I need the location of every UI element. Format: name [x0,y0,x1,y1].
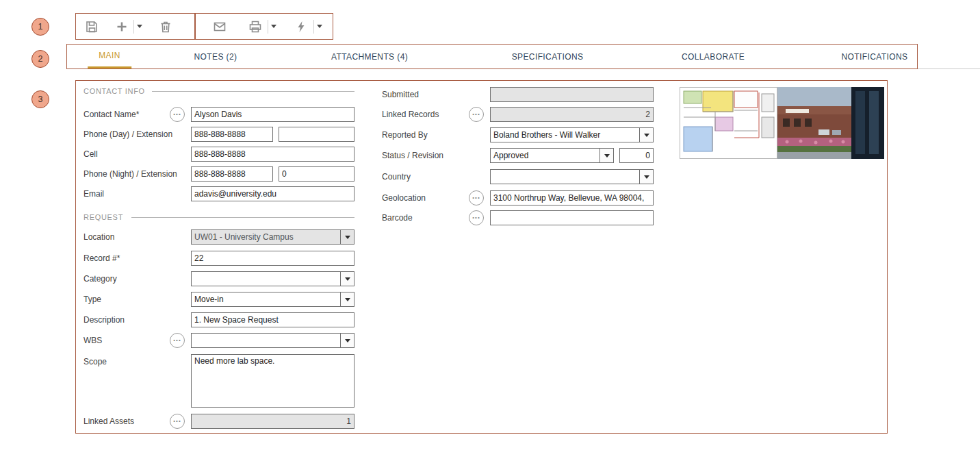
callout-number: 3 [38,95,43,104]
tab-attachments[interactable]: ATTACHMENTS (4) [320,45,419,68]
toolbar-separator [133,20,134,34]
email-input[interactable] [191,186,354,201]
type-value: Move-in [192,292,340,306]
add-icon [114,19,129,34]
scope-textarea[interactable] [191,354,354,408]
email-button[interactable] [211,18,229,36]
building-photo-thumbnail[interactable] [777,87,884,159]
toolbar-separator [268,20,268,34]
geolocation-input[interactable] [490,190,654,205]
print-button[interactable] [246,18,264,36]
callout-number: 2 [38,54,43,64]
tab-notifications[interactable]: NOTIFICATIONS [831,45,919,68]
submitted-input [490,87,654,102]
print-icon [248,19,263,34]
category-value [192,272,340,286]
status-value: Approved [491,149,599,162]
description-input[interactable] [191,312,354,327]
section-contact-info: CONTACT INFO [83,86,145,96]
linked-records-input [490,107,654,122]
wbs-value [192,334,340,347]
actions-button[interactable] [292,18,310,36]
reported-by-dropdown-button[interactable] [639,128,653,142]
print-dropdown-button[interactable] [269,23,279,30]
country-dropdown-button[interactable] [639,170,653,184]
annotation-callout-2: 2 [31,50,49,68]
location-dropdown-button[interactable] [340,230,354,244]
callout-number: 1 [38,22,43,32]
wbs-lookup-button[interactable] [170,333,185,348]
country-value [491,170,639,184]
contact-name-input[interactable] [191,107,354,122]
category-select[interactable] [191,271,354,286]
annotation-callout-3: 3 [31,90,49,108]
toolbar-separator [313,20,314,34]
country-label: Country [382,169,411,184]
wbs-dropdown-button[interactable] [340,334,354,347]
email-icon [212,19,227,34]
type-label: Type [83,292,101,307]
location-label: Location [83,229,114,245]
reported-by-value: Boland Brothers - Will Walker [491,128,639,142]
scope-label: Scope [83,354,107,369]
linked-assets-input [191,414,354,429]
annotation-callout-1: 1 [31,18,49,36]
type-dropdown-button[interactable] [340,292,354,306]
location-value: UW01 - University Campus [192,230,340,244]
add-button[interactable] [113,18,131,36]
reported-by-select[interactable]: Boland Brothers - Will Walker [490,127,654,142]
description-label: Description [83,312,125,327]
geolocation-lookup-button[interactable] [469,190,484,205]
location-select[interactable]: UW01 - University Campus [191,229,354,245]
section-divider [131,217,354,218]
contact-name-label: Contact Name* [83,107,139,122]
submitted-label: Submitted [382,87,419,102]
phone-night-input[interactable] [191,166,273,182]
cell-label: Cell [83,147,98,162]
status-dropdown-button[interactable] [599,149,613,162]
tab-collaborate[interactable]: COLLABORATE [671,45,756,68]
tab-specifications[interactable]: SPECIFICATIONS [501,45,595,68]
toolbar-group-record [75,13,195,40]
actions-icon [294,19,309,34]
linked-assets-label: Linked Assets [83,414,134,429]
save-button[interactable] [83,18,101,36]
barcode-label: Barcode [382,210,413,225]
contact-name-lookup-button[interactable] [170,107,185,122]
reported-by-label: Reported By [382,127,428,142]
linked-records-lookup-button[interactable] [469,107,484,122]
record-number-input[interactable] [191,251,354,266]
tab-notes[interactable]: NOTES (2) [183,45,248,68]
linked-assets-lookup-button[interactable] [170,414,185,429]
category-dropdown-button[interactable] [340,272,354,286]
wbs-select[interactable] [191,333,354,348]
barcode-input[interactable] [490,210,654,225]
phone-day-input[interactable] [191,127,273,142]
section-divider [152,91,354,92]
add-dropdown-button[interactable] [135,23,144,30]
actions-dropdown-button[interactable] [315,23,324,30]
status-revision-label: Status / Revision [382,148,443,163]
geolocation-label: Geolocation [382,190,426,205]
cell-input[interactable] [191,147,354,162]
email-label: Email [83,186,104,201]
category-label: Category [83,271,117,286]
revision-input[interactable] [619,148,654,163]
delete-icon [158,19,173,34]
tab-main[interactable]: MAIN [88,45,131,68]
section-request: REQUEST [83,212,123,222]
status-select[interactable]: Approved [490,148,614,163]
type-select[interactable]: Move-in [191,292,354,307]
app-window: 1 2 3 [0,0,980,461]
save-icon [84,19,99,34]
phone-night-label: Phone (Night) / Extension [83,166,177,182]
record-number-label: Record #* [83,251,120,266]
delete-button[interactable] [157,18,175,36]
phone-day-extension-input[interactable] [279,127,354,142]
linked-records-label: Linked Records [382,107,439,122]
phone-day-label: Phone (Day) / Extension [83,127,172,142]
floor-plan-thumbnail[interactable] [680,87,777,159]
phone-night-extension-input[interactable] [279,166,354,182]
country-select[interactable] [490,169,654,184]
barcode-lookup-button[interactable] [469,210,484,225]
